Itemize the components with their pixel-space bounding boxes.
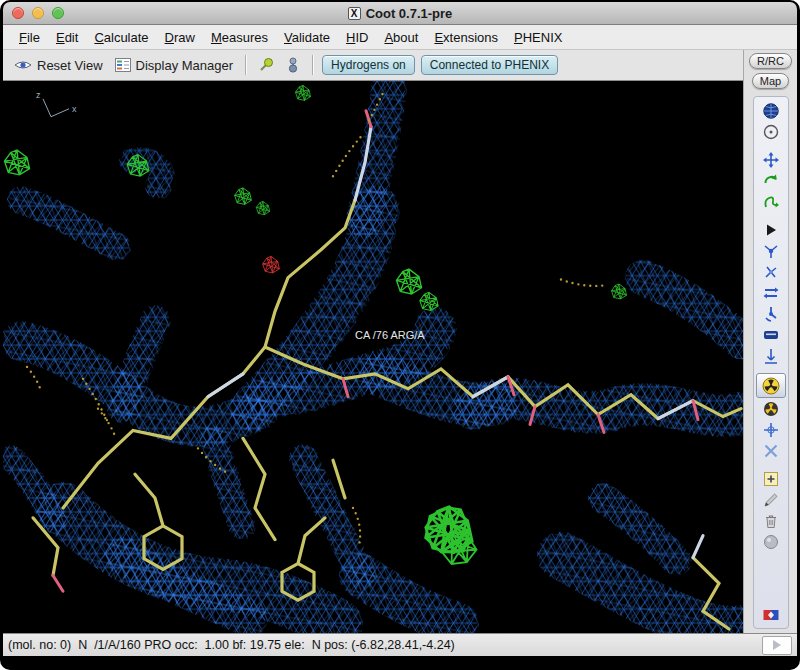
graphics-canvas[interactable]: x z CA /76 ARG/A [3, 81, 743, 633]
menu-extensions[interactable]: Extensions [426, 27, 506, 48]
menu-edit[interactable]: Edit [48, 27, 86, 48]
map-button[interactable]: Map [752, 73, 789, 89]
menu-hid[interactable]: HID [338, 27, 376, 48]
menu-calculate[interactable]: Calculate [86, 27, 156, 48]
app-window: X Coot 0.7.1-pre File Edit Calculate Dra… [0, 0, 800, 670]
left-column: Reset View Display Manager [3, 50, 743, 633]
toolbar: Reset View Display Manager [3, 50, 743, 81]
window-title-area: X Coot 0.7.1-pre [348, 6, 453, 21]
x11-app-icon: X [348, 7, 361, 20]
window-frame: X Coot 0.7.1-pre File Edit Calculate Dra… [3, 2, 797, 656]
molecule-icon [286, 57, 300, 73]
pencil-icon[interactable] [757, 489, 785, 510]
menu-measures[interactable]: Measures [203, 27, 276, 48]
atom-icon[interactable] [757, 240, 785, 261]
rotate-icon[interactable] [757, 170, 785, 191]
menu-about[interactable]: About [376, 27, 426, 48]
add-atom-icon[interactable] [757, 468, 785, 489]
clear-icon[interactable] [757, 440, 785, 461]
run-script-button[interactable] [762, 636, 792, 655]
map-cross-icon[interactable] [757, 419, 785, 440]
toolbar-separator [312, 55, 313, 75]
title-bar[interactable]: X Coot 0.7.1-pre [3, 2, 797, 25]
sphere-icon[interactable] [757, 531, 785, 552]
menu-phenix[interactable]: PHENIX [506, 27, 570, 48]
menu-file[interactable]: File [11, 27, 48, 48]
torsion-icon[interactable] [757, 191, 785, 212]
side-chain-icon[interactable] [757, 324, 785, 345]
display-manager-button[interactable]: Display Manager [112, 56, 237, 75]
residue-label: CA /76 ARG/A [355, 329, 425, 341]
radiation-selected-icon[interactable] [756, 373, 786, 398]
menu-bar: File Edit Calculate Draw Measures Valida… [3, 25, 797, 50]
molecule-button[interactable] [283, 55, 303, 75]
rotamer-icon[interactable] [757, 303, 785, 324]
window-title: Coot 0.7.1-pre [366, 6, 453, 21]
molecular-scene: x z CA /76 ARG/A [3, 81, 743, 633]
radiation-icon[interactable] [757, 398, 785, 419]
axis-z-label: z [36, 90, 41, 100]
axes-icon[interactable] [757, 345, 785, 366]
go-to-atom-icon [258, 57, 274, 73]
delete-icon[interactable] [757, 510, 785, 531]
status-bar: (mol. no: 0) N /1/A/160 PRO occ: 1.00 bf… [3, 633, 797, 656]
play-triangle-icon [773, 640, 781, 650]
reset-view-label: Reset View [37, 58, 103, 73]
display-manager-icon [115, 58, 131, 72]
toolbar-separator [245, 55, 246, 75]
flip-icon[interactable] [757, 282, 785, 303]
content-row: Reset View Display Manager [3, 50, 797, 633]
minimize-window-button[interactable] [32, 7, 44, 19]
translate-icon[interactable] [757, 149, 785, 170]
rrc-button[interactable]: R/RC [749, 53, 792, 69]
zoom-window-button[interactable] [52, 7, 64, 19]
eye-icon [14, 58, 32, 72]
close-window-button[interactable] [12, 7, 24, 19]
window-controls [12, 7, 64, 19]
display-flag-icon[interactable] [757, 604, 785, 625]
chi-angles-icon[interactable] [757, 261, 785, 282]
phenix-connection-button[interactable]: Connected to PHENIX [421, 55, 558, 75]
menu-draw[interactable]: Draw [157, 27, 203, 48]
tool-strip [753, 96, 789, 629]
right-panel: R/RC Map [743, 50, 797, 633]
reset-view-button[interactable]: Reset View [11, 56, 106, 75]
status-text: (mol. no: 0) N /1/A/160 PRO occ: 1.00 bf… [8, 638, 455, 652]
axis-x-label: x [72, 104, 77, 114]
go-to-atom-button[interactable] [255, 55, 277, 75]
hydrogens-toggle-button[interactable]: Hydrogens on [322, 55, 415, 75]
menu-validate[interactable]: Validate [276, 27, 338, 48]
display-manager-label: Display Manager [136, 58, 234, 73]
recentre-icon[interactable] [757, 121, 785, 142]
globe-icon[interactable] [757, 100, 785, 121]
play-icon[interactable] [757, 219, 785, 240]
